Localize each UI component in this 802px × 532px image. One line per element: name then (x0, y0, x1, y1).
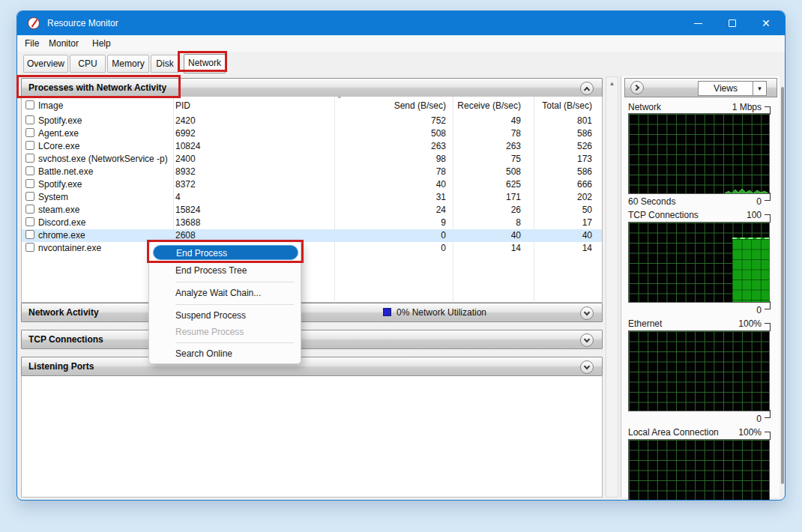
process-row[interactable]: svchost.exe (NetworkService -p) 2400 98 … (22, 153, 602, 166)
process-receive: 75 (511, 154, 521, 164)
scale-bracket-icon (765, 301, 771, 309)
process-name: Spotify.exe (38, 115, 82, 126)
column-header-receive[interactable]: Receive (B/sec) (457, 100, 521, 111)
graph-tcp-title: TCP Connections (628, 210, 699, 220)
process-receive: 40 (511, 230, 521, 241)
process-send: 78 (436, 166, 446, 177)
process-receive: 8 (516, 217, 521, 228)
row-checkbox[interactable] (25, 192, 34, 201)
process-row-selected[interactable]: chrome.exe 2608 0 40 40 (22, 229, 602, 242)
menu-file[interactable]: File (25, 38, 39, 49)
menu-item-analyze-wait-chain[interactable]: Analyze Wait Chain... (149, 285, 301, 300)
process-row[interactable]: Battle.net.exe 8932 78 508 586 (22, 166, 602, 178)
annotation-box-end-process (147, 240, 304, 263)
column-header-pid[interactable]: PID (175, 100, 190, 111)
menu-separator (175, 304, 294, 305)
process-pid: 8372 (175, 179, 196, 190)
process-send: 752 (431, 115, 446, 126)
column-header-send[interactable]: Send (B/sec) (394, 100, 446, 111)
tab-cpu[interactable]: CPU (70, 55, 106, 73)
process-total: 666 (577, 179, 592, 190)
process-send: 0 (441, 243, 446, 253)
process-row[interactable]: LCore.exe 10824 263 263 526 (22, 140, 602, 153)
process-receive: 78 (511, 128, 521, 139)
process-row[interactable]: System 4 31 171 202 (22, 191, 602, 204)
select-all-checkbox[interactable] (25, 100, 34, 109)
tab-disk[interactable]: Disk (151, 55, 179, 73)
collapse-panel-button[interactable] (630, 81, 644, 94)
expand-tcp-connections-button[interactable] (580, 333, 594, 347)
menu-item-search-online[interactable]: Search Online (149, 346, 301, 361)
row-checkbox[interactable] (25, 154, 34, 163)
menu-monitor[interactable]: Monitor (49, 38, 79, 49)
process-name: Spotify.exe (38, 179, 82, 190)
menu-help[interactable]: Help (92, 38, 111, 49)
process-pid: 2420 (175, 115, 196, 126)
titlebar[interactable]: Resource Monitor ✕ (17, 11, 785, 35)
tab-overview[interactable]: Overview (23, 55, 68, 73)
collapse-processes-button[interactable] (580, 82, 594, 95)
row-checkbox[interactable] (25, 115, 34, 124)
process-total: 14 (582, 243, 592, 253)
network-activity-section-header[interactable]: Network Activity (21, 303, 603, 322)
maximize-button[interactable] (719, 11, 746, 35)
process-row[interactable]: Discord.exe 13688 9 8 17 (22, 217, 602, 229)
expand-network-activity-button[interactable] (580, 306, 594, 320)
graph-tcp-min: 0 (756, 305, 762, 315)
menu-item-end-process-tree[interactable]: End Process Tree (149, 263, 301, 278)
chevron-up-icon (584, 87, 590, 93)
network-graph (628, 113, 770, 194)
minimize-button[interactable] (684, 11, 711, 35)
utilization-label: 0% Network Utilization (397, 307, 486, 318)
expand-listening-ports-button[interactable] (580, 360, 594, 374)
process-total: 526 (577, 141, 592, 151)
process-row[interactable]: Spotify.exe 2420 752 49 801 (22, 115, 602, 127)
views-button[interactable]: Views (698, 81, 753, 96)
row-checkbox[interactable] (25, 166, 34, 175)
chevron-down-icon (584, 363, 590, 369)
process-name: svchost.exe (NetworkService -p) (38, 154, 168, 164)
panel-scrollbar-thumb[interactable] (781, 87, 784, 484)
row-checkbox[interactable] (25, 128, 34, 137)
tcp-connections-section-header[interactable]: TCP Connections (21, 330, 603, 349)
close-button[interactable]: ✕ (753, 11, 780, 35)
utilization-legend-swatch (383, 308, 391, 316)
listening-ports-title: Listening Ports (28, 361, 94, 372)
process-receive: 49 (511, 115, 521, 126)
process-pid: 2400 (175, 154, 196, 164)
process-total: 173 (577, 154, 592, 164)
process-receive: 26 (511, 205, 521, 215)
vertical-scrollbar[interactable]: ▲ (606, 76, 618, 498)
process-row[interactable]: Agent.exe 6992 508 78 586 (22, 127, 602, 140)
network-activity-sparkline (725, 187, 768, 193)
process-row[interactable]: steam.exe 15824 24 26 50 (22, 204, 602, 217)
row-checkbox[interactable] (25, 230, 34, 239)
row-checkbox[interactable] (25, 205, 34, 214)
annotation-box-processes-header (16, 75, 181, 98)
column-header-total[interactable]: Total (B/sec) (542, 100, 592, 111)
menu-item-suspend-process[interactable]: Suspend Process (149, 308, 301, 323)
process-send: 0 (441, 230, 446, 241)
graph-network-timespan: 60 Seconds (628, 196, 675, 207)
listening-ports-section-header[interactable]: Listening Ports (21, 357, 603, 376)
ethernet-graph (628, 330, 770, 411)
process-row[interactable]: nvcontainer.exe 0 14 14 (22, 242, 602, 255)
views-dropdown-icon[interactable]: ▼ (753, 81, 767, 96)
process-total: 801 (577, 115, 592, 126)
scroll-up-icon[interactable]: ▲ (606, 77, 618, 90)
column-header-image[interactable]: Image (38, 100, 63, 111)
graph-tcp-max: 100 (747, 210, 762, 220)
row-checkbox[interactable] (25, 179, 34, 188)
graph-ethernet-title: Ethernet (628, 318, 662, 329)
process-row[interactable]: Spotify.exe 8372 40 625 666 (22, 178, 602, 191)
graph-network-min: 0 (756, 196, 762, 207)
row-checkbox[interactable] (25, 217, 34, 226)
process-total: 50 (582, 205, 592, 215)
process-name: Discord.exe (38, 217, 85, 228)
tab-memory[interactable]: Memory (107, 55, 149, 73)
row-checkbox[interactable] (25, 243, 34, 252)
process-pid: 2608 (175, 230, 196, 241)
sort-indicator-icon: ⌄ (337, 92, 343, 100)
row-checkbox[interactable] (25, 141, 34, 150)
process-total: 17 (582, 217, 592, 228)
